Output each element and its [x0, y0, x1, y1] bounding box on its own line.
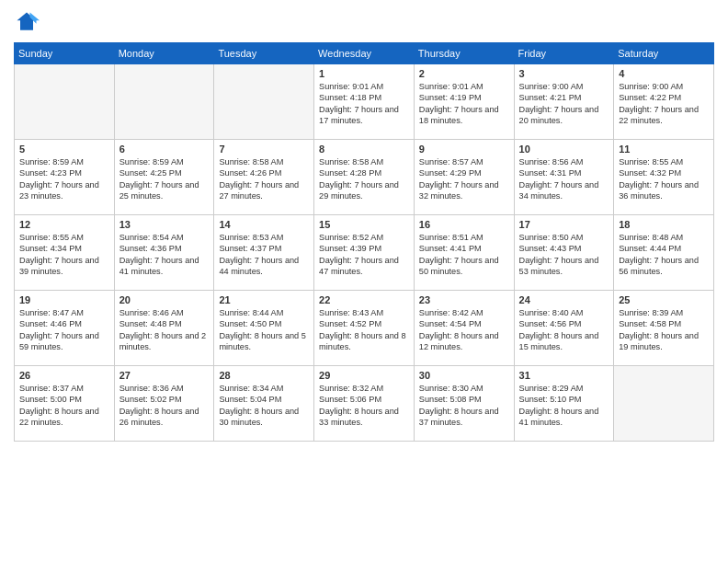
weekday-header-row: SundayMondayTuesdayWednesdayThursdayFrid…	[15, 43, 714, 64]
day-number: 31	[519, 370, 609, 381]
day-info: Sunrise: 8:57 AM Sunset: 4:29 PM Dayligh…	[419, 156, 509, 202]
calendar-cell: 31Sunrise: 8:29 AM Sunset: 5:10 PM Dayli…	[514, 366, 614, 442]
day-number: 1	[319, 68, 409, 79]
calendar-cell: 24Sunrise: 8:40 AM Sunset: 4:56 PM Dayli…	[514, 291, 614, 366]
calendar-cell: 18Sunrise: 8:48 AM Sunset: 4:44 PM Dayli…	[614, 215, 714, 291]
calendar-cell: 10Sunrise: 8:56 AM Sunset: 4:31 PM Dayli…	[514, 140, 614, 215]
calendar-cell: 14Sunrise: 8:53 AM Sunset: 4:37 PM Dayli…	[214, 215, 314, 291]
calendar-table: SundayMondayTuesdayWednesdayThursdayFrid…	[14, 42, 714, 442]
day-info: Sunrise: 8:56 AM Sunset: 4:31 PM Dayligh…	[519, 156, 609, 202]
day-number: 17	[519, 219, 609, 230]
calendar-cell: 9Sunrise: 8:57 AM Sunset: 4:29 PM Daylig…	[414, 140, 514, 215]
calendar-cell: 20Sunrise: 8:46 AM Sunset: 4:48 PM Dayli…	[114, 291, 214, 366]
day-info: Sunrise: 8:47 AM Sunset: 4:46 PM Dayligh…	[19, 307, 109, 353]
day-number: 10	[519, 144, 609, 155]
week-row-4: 19Sunrise: 8:47 AM Sunset: 4:46 PM Dayli…	[15, 291, 714, 366]
day-info: Sunrise: 8:59 AM Sunset: 4:25 PM Dayligh…	[119, 156, 210, 202]
day-info: Sunrise: 8:48 AM Sunset: 4:44 PM Dayligh…	[619, 232, 709, 278]
day-info: Sunrise: 8:52 AM Sunset: 4:39 PM Dayligh…	[319, 232, 409, 278]
day-info: Sunrise: 8:50 AM Sunset: 4:43 PM Dayligh…	[519, 232, 609, 278]
calendar-cell: 3Sunrise: 9:00 AM Sunset: 4:21 PM Daylig…	[514, 64, 614, 140]
day-number: 9	[419, 144, 509, 155]
calendar-cell: 6Sunrise: 8:59 AM Sunset: 4:25 PM Daylig…	[114, 140, 214, 215]
day-number: 22	[319, 294, 409, 305]
day-info: Sunrise: 8:54 AM Sunset: 4:36 PM Dayligh…	[119, 232, 210, 278]
calendar-cell: 4Sunrise: 9:00 AM Sunset: 4:22 PM Daylig…	[614, 64, 714, 140]
day-info: Sunrise: 9:00 AM Sunset: 4:22 PM Dayligh…	[619, 81, 709, 127]
calendar-cell: 13Sunrise: 8:54 AM Sunset: 4:36 PM Dayli…	[114, 215, 214, 291]
day-number: 27	[119, 370, 210, 381]
day-number: 4	[619, 68, 709, 79]
day-number: 14	[219, 219, 309, 230]
day-info: Sunrise: 9:00 AM Sunset: 4:21 PM Dayligh…	[519, 81, 609, 127]
day-info: Sunrise: 8:44 AM Sunset: 4:50 PM Dayligh…	[219, 307, 309, 353]
calendar-cell: 15Sunrise: 8:52 AM Sunset: 4:39 PM Dayli…	[314, 215, 415, 291]
day-info: Sunrise: 8:53 AM Sunset: 4:37 PM Dayligh…	[219, 232, 309, 278]
week-row-2: 5Sunrise: 8:59 AM Sunset: 4:23 PM Daylig…	[15, 140, 714, 215]
day-number: 26	[19, 370, 109, 381]
day-number: 12	[19, 219, 109, 230]
day-info: Sunrise: 8:32 AM Sunset: 5:06 PM Dayligh…	[319, 383, 409, 429]
day-info: Sunrise: 8:55 AM Sunset: 4:34 PM Dayligh…	[19, 232, 109, 278]
day-number: 13	[119, 219, 210, 230]
calendar-cell: 5Sunrise: 8:59 AM Sunset: 4:23 PM Daylig…	[15, 140, 115, 215]
calendar-cell	[114, 64, 214, 140]
weekday-header-friday: Friday	[514, 43, 614, 64]
calendar-cell	[614, 366, 714, 442]
day-number: 6	[119, 144, 210, 155]
day-number: 7	[219, 144, 309, 155]
calendar-cell: 17Sunrise: 8:50 AM Sunset: 4:43 PM Dayli…	[514, 215, 614, 291]
weekday-header-saturday: Saturday	[614, 43, 714, 64]
day-number: 24	[519, 294, 609, 305]
calendar-cell	[214, 64, 314, 140]
calendar-cell: 12Sunrise: 8:55 AM Sunset: 4:34 PM Dayli…	[15, 215, 115, 291]
day-info: Sunrise: 8:43 AM Sunset: 4:52 PM Dayligh…	[319, 307, 409, 353]
day-info: Sunrise: 8:40 AM Sunset: 4:56 PM Dayligh…	[519, 307, 609, 353]
calendar-cell: 26Sunrise: 8:37 AM Sunset: 5:00 PM Dayli…	[15, 366, 115, 442]
calendar-cell: 30Sunrise: 8:30 AM Sunset: 5:08 PM Dayli…	[414, 366, 514, 442]
day-info: Sunrise: 8:39 AM Sunset: 4:58 PM Dayligh…	[619, 307, 709, 353]
calendar-cell: 21Sunrise: 8:44 AM Sunset: 4:50 PM Dayli…	[214, 291, 314, 366]
weekday-header-sunday: Sunday	[15, 43, 115, 64]
calendar-cell: 11Sunrise: 8:55 AM Sunset: 4:32 PM Dayli…	[614, 140, 714, 215]
day-number: 23	[419, 294, 509, 305]
day-number: 8	[319, 144, 409, 155]
week-row-5: 26Sunrise: 8:37 AM Sunset: 5:00 PM Dayli…	[15, 366, 714, 442]
logo-icon	[14, 9, 40, 35]
calendar-cell: 7Sunrise: 8:58 AM Sunset: 4:26 PM Daylig…	[214, 140, 314, 215]
svg-marker-0	[17, 13, 37, 30]
week-row-3: 12Sunrise: 8:55 AM Sunset: 4:34 PM Dayli…	[15, 215, 714, 291]
day-info: Sunrise: 8:58 AM Sunset: 4:26 PM Dayligh…	[219, 156, 309, 202]
calendar-cell: 1Sunrise: 9:01 AM Sunset: 4:18 PM Daylig…	[314, 64, 415, 140]
calendar-cell: 27Sunrise: 8:36 AM Sunset: 5:02 PM Dayli…	[114, 366, 214, 442]
day-number: 16	[419, 219, 509, 230]
day-info: Sunrise: 8:34 AM Sunset: 5:04 PM Dayligh…	[219, 383, 309, 429]
day-number: 28	[219, 370, 309, 381]
day-info: Sunrise: 8:46 AM Sunset: 4:48 PM Dayligh…	[119, 307, 210, 353]
day-info: Sunrise: 8:42 AM Sunset: 4:54 PM Dayligh…	[419, 307, 509, 353]
day-info: Sunrise: 8:37 AM Sunset: 5:00 PM Dayligh…	[19, 383, 109, 429]
day-number: 20	[119, 294, 210, 305]
calendar-cell: 22Sunrise: 8:43 AM Sunset: 4:52 PM Dayli…	[314, 291, 415, 366]
day-info: Sunrise: 8:29 AM Sunset: 5:10 PM Dayligh…	[519, 383, 609, 429]
calendar-cell: 8Sunrise: 8:58 AM Sunset: 4:28 PM Daylig…	[314, 140, 415, 215]
weekday-header-thursday: Thursday	[414, 43, 514, 64]
day-number: 25	[619, 294, 709, 305]
weekday-header-wednesday: Wednesday	[314, 43, 415, 64]
day-number: 18	[619, 219, 709, 230]
day-number: 21	[219, 294, 309, 305]
calendar-cell: 29Sunrise: 8:32 AM Sunset: 5:06 PM Dayli…	[314, 366, 415, 442]
weekday-header-monday: Monday	[114, 43, 214, 64]
day-number: 11	[619, 144, 709, 155]
calendar-cell: 23Sunrise: 8:42 AM Sunset: 4:54 PM Dayli…	[414, 291, 514, 366]
day-info: Sunrise: 9:01 AM Sunset: 4:18 PM Dayligh…	[319, 81, 409, 127]
day-number: 2	[419, 68, 509, 79]
day-info: Sunrise: 8:58 AM Sunset: 4:28 PM Dayligh…	[319, 156, 409, 202]
day-number: 29	[319, 370, 409, 381]
day-info: Sunrise: 8:30 AM Sunset: 5:08 PM Dayligh…	[419, 383, 509, 429]
calendar-cell	[15, 64, 115, 140]
day-number: 3	[519, 68, 609, 79]
day-number: 5	[19, 144, 109, 155]
day-info: Sunrise: 8:59 AM Sunset: 4:23 PM Dayligh…	[19, 156, 109, 202]
page: SundayMondayTuesdayWednesdayThursdayFrid…	[0, 0, 728, 563]
